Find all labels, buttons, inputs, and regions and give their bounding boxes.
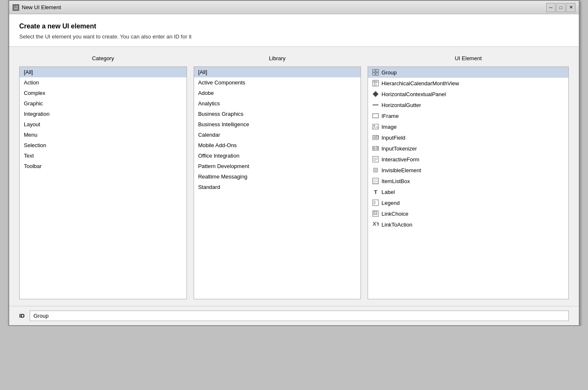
- svg-rect-26: [373, 168, 378, 172]
- category-item-text[interactable]: Text: [20, 150, 187, 161]
- category-item-all[interactable]: [All]: [20, 67, 187, 77]
- svg-rect-1: [14, 6, 16, 8]
- uielement-item-interactiveform[interactable]: InteractiveForm: [368, 154, 568, 165]
- uielement-item-label[interactable]: T Label: [368, 186, 568, 197]
- svg-rect-6: [373, 73, 375, 75]
- library-item-calendar[interactable]: Calendar: [194, 130, 361, 140]
- uielement-item-linktoaction[interactable]: XYXY LinkToAction: [368, 219, 568, 230]
- uielement-item-legend[interactable]: Legend: [368, 197, 568, 208]
- group-icon: [372, 69, 379, 76]
- uielement-item-invisible[interactable]: InvisibleElement: [368, 165, 568, 176]
- label-icon: T: [372, 189, 379, 195]
- columns-section: Category [All] Action Complex Graphic: [9, 47, 579, 306]
- library-item-all[interactable]: [All]: [194, 67, 361, 77]
- library-column-header: Library: [194, 54, 361, 63]
- svg-rect-7: [376, 73, 378, 75]
- category-item-integration[interactable]: Integration: [20, 109, 187, 119]
- uielement-item-horizontal-gutter[interactable]: HorizontalGutter: [368, 99, 568, 110]
- inputtokenizer-icon: ab: [372, 145, 379, 152]
- itemlistbox-icon: [372, 178, 379, 184]
- uielement-item-linkchoice[interactable]: ⊟ LinkChoice: [368, 208, 568, 219]
- svg-marker-12: [373, 91, 378, 97]
- id-label: ID: [19, 313, 25, 319]
- uielement-column-header: UI Element: [368, 54, 569, 63]
- minimize-button[interactable]: ─: [546, 3, 555, 12]
- close-button[interactable]: ✕: [566, 3, 575, 12]
- title-bar-left: New UI Element: [13, 4, 61, 11]
- uielement-list[interactable]: Group HierarchicalCalendarMonthView: [368, 66, 569, 299]
- uielement-item-horizontal-panel[interactable]: HorizontalContextualPanel: [368, 89, 568, 99]
- maximize-button[interactable]: □: [556, 3, 565, 12]
- legend-icon: [372, 199, 379, 206]
- uielement-item-inputtokenizer[interactable]: ab InputTokenizer: [368, 143, 568, 154]
- category-item-complex[interactable]: Complex: [20, 88, 187, 98]
- category-list[interactable]: [All] Action Complex Graphic Integration: [19, 66, 187, 299]
- svg-rect-2: [16, 6, 18, 7]
- category-item-toolbar[interactable]: Toolbar: [20, 161, 187, 171]
- svg-rect-5: [376, 69, 378, 72]
- diamond-icon: [372, 91, 379, 97]
- interactiveform-icon: [372, 156, 379, 163]
- library-item-office[interactable]: Office Integration: [194, 150, 361, 161]
- category-item-selection[interactable]: Selection: [20, 140, 187, 150]
- library-item-business-graphics[interactable]: Business Graphics: [194, 109, 361, 119]
- svg-rect-4: [373, 69, 375, 72]
- library-item-standard[interactable]: Standard: [194, 182, 361, 192]
- library-item-active[interactable]: Active Components: [194, 77, 361, 88]
- header-section: Create a new UI element Select the UI el…: [9, 14, 579, 47]
- svg-rect-20: [373, 147, 375, 150]
- library-item-mobile[interactable]: Mobile Add-Ons: [194, 140, 361, 150]
- uielement-item-hierarchical[interactable]: HierarchicalCalendarMonthView: [368, 78, 568, 89]
- category-item-layout[interactable]: Layout: [20, 119, 187, 130]
- uielement-item-inputfield[interactable]: abc InputField: [368, 132, 568, 143]
- svg-text:XYXY: XYXY: [373, 221, 379, 227]
- library-item-analytics[interactable]: Analytics: [194, 98, 361, 109]
- library-item-realtime[interactable]: Realtime Messaging: [194, 171, 361, 182]
- inputfield-icon: abc: [372, 134, 379, 141]
- main-window: New UI Element ─ □ ✕ Create a new UI ele…: [8, 0, 580, 326]
- library-column: Library [All] Active Components Adobe An…: [194, 54, 361, 299]
- svg-text:ab: ab: [376, 145, 379, 151]
- library-item-pattern[interactable]: Pattern Development: [194, 161, 361, 171]
- svg-point-16: [373, 125, 375, 127]
- header-title: Create a new UI element: [19, 23, 569, 30]
- svg-rect-3: [14, 8, 18, 9]
- linkchoice-icon: ⊟: [372, 210, 379, 217]
- uielement-column: UI Element Group HierarchicalC: [368, 54, 569, 299]
- line-icon: [372, 102, 379, 108]
- svg-rect-14: [373, 114, 378, 118]
- uielement-item-image[interactable]: Image: [368, 121, 568, 132]
- svg-rect-8: [373, 80, 378, 86]
- uielement-item-itemlistbox[interactable]: ItemListBox: [368, 176, 568, 186]
- svg-text:⊟: ⊟: [373, 210, 378, 216]
- invisible-icon: [372, 167, 379, 173]
- category-column-header: Category: [19, 54, 187, 63]
- uielement-item-iframe[interactable]: IFrame: [368, 110, 568, 121]
- svg-text:abc: abc: [373, 134, 379, 140]
- uielement-item-group[interactable]: Group: [368, 67, 568, 78]
- library-list[interactable]: [All] Active Components Adobe Analytics …: [194, 66, 361, 299]
- id-input[interactable]: [30, 311, 569, 321]
- footer-section: ID: [9, 306, 579, 325]
- library-item-adobe[interactable]: Adobe: [194, 88, 361, 98]
- image-icon: [372, 123, 379, 130]
- header-subtitle: Select the UI element you want to create…: [19, 33, 569, 40]
- iframe-icon: [372, 112, 379, 119]
- library-item-business-intelligence[interactable]: Business Intelligence: [194, 119, 361, 130]
- category-column: Category [All] Action Complex Graphic: [19, 54, 187, 299]
- linktoaction-icon: XYXY: [372, 221, 379, 228]
- category-item-action[interactable]: Action: [20, 77, 187, 88]
- window-controls: ─ □ ✕: [546, 3, 575, 12]
- window-icon: [13, 4, 19, 11]
- window-title: New UI Element: [22, 4, 61, 10]
- hierarchical-icon: [372, 80, 379, 87]
- title-bar: New UI Element ─ □ ✕: [9, 1, 579, 14]
- category-item-menu[interactable]: Menu: [20, 130, 187, 140]
- window-content: Create a new UI element Select the UI el…: [9, 14, 579, 325]
- category-item-graphic[interactable]: Graphic: [20, 98, 187, 109]
